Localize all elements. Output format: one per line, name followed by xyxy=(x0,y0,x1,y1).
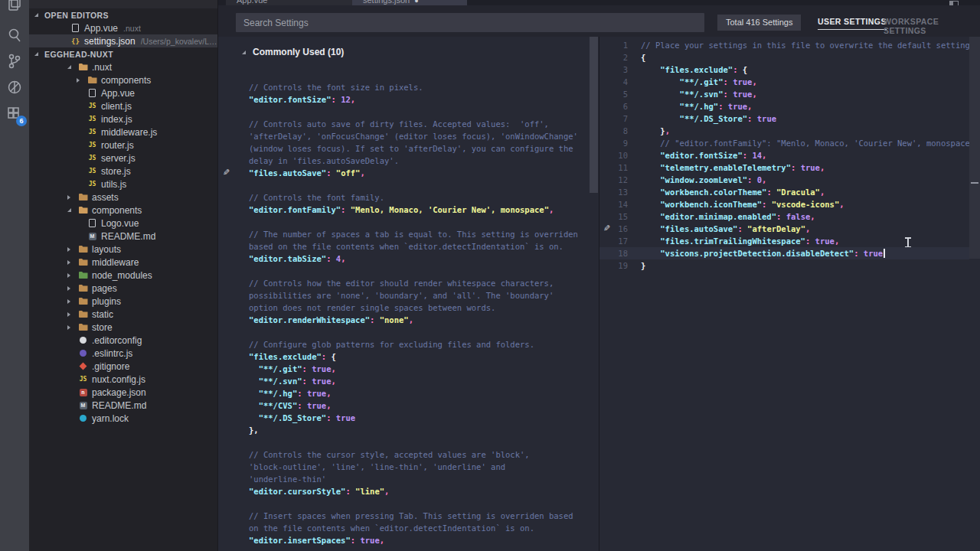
code-line[interactable]: // Insert spaces when pressing Tab. This… xyxy=(249,510,590,522)
code-line[interactable]: option does not render single spaces bet… xyxy=(249,302,590,314)
code-line[interactable]: (window loses focus). If set to 'afterDe… xyxy=(249,142,590,155)
settings-search-input[interactable]: Search Settings xyxy=(236,13,704,32)
code-line[interactable]: 'afterDelay', 'onFocusChange' (editor lo… xyxy=(249,130,590,142)
tree-item[interactable]: components xyxy=(29,204,217,217)
code-line[interactable]: 14 "workbench.iconTheme": "vscode-icons"… xyxy=(599,198,969,210)
open-editor-item[interactable]: App.vue.nuxt xyxy=(29,21,217,34)
code-line[interactable]: 6 "**/.hg": true, xyxy=(599,100,969,112)
explorer-icon[interactable] xyxy=(5,0,24,12)
code-line[interactable]: "files.exclude": { xyxy=(249,350,590,363)
tab-app-vue[interactable]: App.vue xyxy=(226,0,352,5)
tree-item[interactable]: package.json xyxy=(29,386,217,399)
code-line[interactable]: 'underline-thin' xyxy=(249,473,590,485)
tree-item[interactable]: README.md xyxy=(29,399,217,412)
code-line[interactable]: on the file contents when `editor.detect… xyxy=(249,522,590,534)
tree-item[interactable]: router.js xyxy=(29,139,217,152)
code-line[interactable]: // Controls auto save of dirty files. Ac… xyxy=(249,118,590,130)
tree-item[interactable]: plugins xyxy=(29,295,217,308)
tab-workspace-settings[interactable]: WORKSPACE SETTINGS xyxy=(884,17,980,35)
tree-item[interactable]: utils.js xyxy=(29,178,217,191)
tree-item[interactable]: node_modules xyxy=(29,269,217,282)
code-line[interactable]: "**/.git": true, xyxy=(249,363,590,375)
tree-item[interactable]: index.js xyxy=(29,112,217,126)
tree-item[interactable]: assets xyxy=(29,191,217,204)
code-line[interactable]: 19} xyxy=(599,259,969,272)
code-line[interactable]: 2{ xyxy=(599,51,969,64)
code-line[interactable]: 15 "editor.minimap.enabled": false, xyxy=(599,210,969,223)
open-editors-header[interactable]: OPEN EDITORS xyxy=(29,8,217,21)
tree-item[interactable]: .editorconfig xyxy=(29,334,217,347)
tree-item[interactable]: store.js xyxy=(29,165,217,178)
right-scrollbar[interactable] xyxy=(969,37,980,259)
code-line[interactable] xyxy=(249,179,590,191)
tree-item[interactable]: nuxt.config.js xyxy=(29,373,217,386)
project-folder-header[interactable]: EGGHEAD-NUXT xyxy=(29,47,217,60)
code-line[interactable]: // The number of spaces a tab is equal t… xyxy=(249,228,590,240)
code-line[interactable] xyxy=(249,326,590,338)
code-line[interactable]: 9 // "editor.fontFamily": "Menlo, Monaco… xyxy=(599,137,969,149)
tab-settings-json[interactable]: settings.json● xyxy=(352,0,467,5)
tree-item[interactable]: README.md xyxy=(29,230,217,243)
code-line[interactable] xyxy=(249,497,590,510)
open-editor-item[interactable]: settings.json/Users/p_kovalev/Library/Ap… xyxy=(29,34,217,47)
code-line[interactable]: 1// Place your settings in this file to … xyxy=(599,39,969,51)
code-line[interactable]: 17 "files.trimTrailingWhitespace": true, xyxy=(599,235,969,247)
tree-item[interactable]: .eslintrc.js xyxy=(29,347,217,360)
tree-item[interactable]: store xyxy=(29,321,217,334)
tree-item[interactable]: layouts xyxy=(29,243,217,256)
code-line[interactable]: "editor.fontFamily": "Menlo, Monaco, 'Co… xyxy=(249,204,590,216)
tree-item[interactable]: client.js xyxy=(29,99,217,112)
code-line[interactable]: "**/.hg": true, xyxy=(249,387,590,399)
code-line[interactable]: delay in 'files.autoSaveDelay'. xyxy=(249,155,590,167)
code-line[interactable]: 12 "window.zoomLevel": 0, xyxy=(599,174,969,186)
code-line[interactable]: 'block-outline', 'line', 'line-thin', 'u… xyxy=(249,461,590,473)
code-line[interactable]: 3 "files.exclude": { xyxy=(599,64,969,76)
code-line[interactable]: 7 "**/.DS_Store": true xyxy=(599,112,969,125)
tab-user-settings[interactable]: USER SETTINGS xyxy=(818,17,887,30)
code-line[interactable]: // Controls the cursor style, accepted v… xyxy=(249,448,590,461)
code-line[interactable] xyxy=(249,265,590,277)
code-line[interactable]: // Configure glob patterns for excluding… xyxy=(249,338,590,350)
code-line[interactable]: "**/.DS_Store": true xyxy=(249,412,590,424)
code-line[interactable]: "**/.svn": true, xyxy=(249,375,590,387)
tree-item[interactable]: .gitignore xyxy=(29,360,217,373)
code-line[interactable]: 16 "files.autoSave": "afterDelay",✎ xyxy=(599,223,969,235)
tree-item[interactable]: App.vue xyxy=(29,86,217,99)
tree-item[interactable]: server.js xyxy=(29,152,217,165)
code-line[interactable]: possibilities are 'none', 'boundary', an… xyxy=(249,289,590,302)
tree-item[interactable]: middleware.js xyxy=(29,126,217,139)
code-line[interactable]: 13 "workbench.colorTheme": "Dracula", xyxy=(599,186,969,198)
extensions-icon[interactable]: 6 xyxy=(5,105,24,123)
commonly-used-header[interactable]: Commonly Used (10) xyxy=(242,47,344,57)
search-icon[interactable] xyxy=(5,26,24,44)
edit-pencil-icon[interactable]: ✎ xyxy=(223,167,230,179)
tree-item[interactable]: .nuxt xyxy=(29,60,217,73)
code-line[interactable] xyxy=(249,216,590,228)
code-line[interactable]: 4 "**/.git": true, xyxy=(599,76,969,88)
source-control-icon[interactable] xyxy=(5,52,24,70)
code-line[interactable]: "editor.renderWhitespace": "none", xyxy=(249,314,590,326)
code-line[interactable]: "editor.cursorStyle": "line", xyxy=(249,485,590,497)
code-line[interactable]: }, xyxy=(249,424,590,436)
code-line[interactable]: "editor.fontSize": 12, xyxy=(249,93,590,106)
code-line[interactable]: // Controls how the editor should render… xyxy=(249,277,590,289)
code-line[interactable]: 8 }, xyxy=(599,125,969,137)
tree-item[interactable]: yarn.lock xyxy=(29,412,217,425)
edit-pencil-icon[interactable]: ✎ xyxy=(603,223,610,235)
tree-item[interactable]: static xyxy=(29,308,217,321)
code-line[interactable]: based on the file contents when `editor.… xyxy=(249,240,590,253)
code-line[interactable]: "editor.insertSpaces": true, xyxy=(249,534,590,546)
code-line[interactable]: // Controls the font size in pixels. xyxy=(249,81,590,93)
code-line[interactable] xyxy=(249,436,590,448)
code-line[interactable]: "**/CVS": true, xyxy=(249,399,590,412)
tree-item[interactable]: components xyxy=(29,73,217,86)
tree-item[interactable]: pages xyxy=(29,282,217,295)
code-line[interactable] xyxy=(249,106,590,118)
code-line[interactable]: 11 "telemetry.enableTelemetry": true, xyxy=(599,161,969,174)
code-line[interactable]: // Controls the font family. xyxy=(249,191,590,204)
tree-item[interactable]: Logo.vue xyxy=(29,217,217,230)
code-line[interactable]: 18 "vsicons.projectDetection.disableDete… xyxy=(599,247,969,259)
code-line[interactable]: 10 "editor.fontSize": 14, xyxy=(599,149,969,161)
user-settings-code[interactable]: 1// Place your settings in this file to … xyxy=(599,39,969,551)
code-line[interactable]: "files.autoSave": "off",✎ xyxy=(249,167,590,179)
